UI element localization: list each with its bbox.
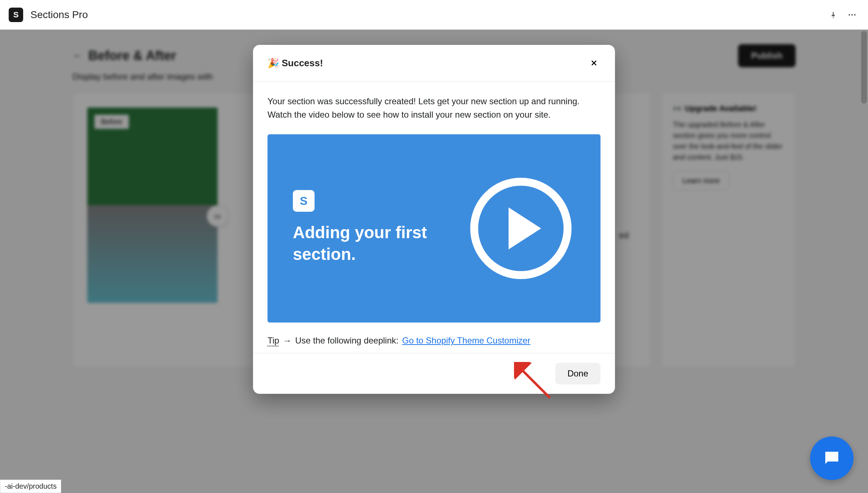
modal-title: 🎉 Success!	[267, 58, 323, 69]
tip-label: Tip	[267, 336, 279, 346]
app-logo: S	[9, 8, 23, 22]
modal-body: Your section was successfully created! L…	[253, 81, 615, 353]
modal-header: 🎉 Success!	[253, 45, 615, 81]
tip-text: Use the following deeplink:	[295, 336, 399, 346]
video-logo-icon: S	[293, 190, 315, 212]
app-title: Sections Pro	[30, 9, 88, 21]
header-actions	[826, 8, 859, 22]
app-logo-letter: S	[13, 10, 19, 20]
tip-arrow: →	[283, 336, 291, 346]
more-icon[interactable]	[845, 8, 859, 22]
video-thumbnail[interactable]: S Adding your first section.	[267, 134, 601, 323]
video-caption: Adding your first section.	[293, 222, 452, 265]
app-header: S Sections Pro	[0, 0, 868, 30]
modal-message: Your section was successfully created! L…	[267, 94, 601, 121]
svg-point-0	[848, 14, 850, 15]
pin-icon[interactable]	[826, 8, 840, 22]
play-icon	[470, 178, 572, 279]
tip-row: Tip → Use the following deeplink: Go to …	[267, 336, 601, 346]
deeplink[interactable]: Go to Shopify Theme Customizer	[402, 336, 530, 346]
svg-point-2	[854, 14, 855, 15]
success-modal: 🎉 Success! Your section was successfully…	[253, 45, 615, 394]
done-button[interactable]: Done	[555, 363, 601, 384]
svg-point-1	[851, 14, 853, 15]
close-icon[interactable]	[587, 56, 601, 69]
chat-bubble-icon[interactable]	[810, 437, 854, 480]
modal-footer: Done	[253, 353, 615, 394]
status-bar: -ai-dev/products	[0, 480, 61, 493]
